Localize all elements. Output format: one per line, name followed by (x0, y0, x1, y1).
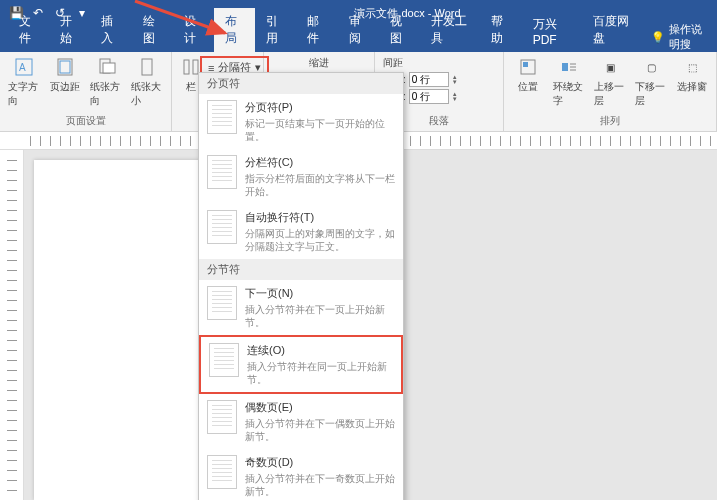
odd-page-icon (207, 455, 237, 489)
backward-icon: ▢ (640, 56, 662, 78)
column-break-title: 分栏符(C) (245, 155, 395, 170)
tab-home[interactable]: 开始 (49, 8, 90, 52)
lightbulb-icon: 💡 (651, 31, 665, 44)
odd-page-title: 奇数页(D) (245, 455, 395, 470)
indent-label: 缩进 (309, 56, 329, 70)
continuous-break-item[interactable]: 连续(O) 插入分节符并在同一页上开始新节。 (199, 335, 403, 394)
selection-icon: ⬚ (681, 56, 703, 78)
position-button[interactable]: 位置 (508, 54, 548, 96)
spacing-after-input[interactable] (409, 89, 449, 104)
wrap-icon (558, 56, 580, 78)
next-page-desc: 插入分节符并在下一页上开始新节。 (245, 303, 395, 329)
next-page-icon (207, 286, 237, 320)
spacing-header: 间距 (383, 56, 458, 70)
tell-me-label: 操作说明搜 (669, 22, 709, 52)
breaks-dropdown: 分页符 分页符(P) 标记一页结束与下一页开始的位置。 分栏符(C) 指示分栏符… (198, 72, 404, 500)
tab-draw[interactable]: 绘图 (132, 8, 173, 52)
page-setup-group-label: 页面设置 (4, 113, 167, 129)
odd-page-desc: 插入分节符并在下一奇数页上开始新节。 (245, 472, 395, 498)
vertical-ruler[interactable] (0, 150, 24, 500)
next-page-break-item[interactable]: 下一页(N) 插入分节符并在下一页上开始新节。 (199, 280, 403, 335)
svg-rect-10 (523, 62, 528, 67)
tab-file[interactable]: 文件 (8, 8, 49, 52)
tab-design[interactable]: 设计 (173, 8, 214, 52)
svg-rect-6 (142, 59, 152, 75)
bring-forward-button[interactable]: ▣ 上移一层 (590, 54, 630, 110)
page-break-desc: 标记一页结束与下一页开始的位置。 (245, 117, 395, 143)
tab-references[interactable]: 引用 (255, 8, 296, 52)
text-wrap-desc: 分隔网页上的对象周围的文字，如分隔题注文字与正文。 (245, 227, 395, 253)
next-page-title: 下一页(N) (245, 286, 395, 301)
svg-text:A: A (19, 62, 26, 73)
arrange-group-label: 排列 (508, 113, 712, 129)
document-page[interactable] (34, 160, 204, 500)
odd-page-break-item[interactable]: 奇数页(D) 插入分节符并在下一奇数页上开始新节。 (199, 449, 403, 500)
tab-help[interactable]: 帮助 (480, 8, 521, 52)
size-button[interactable]: 纸张大小 (127, 54, 167, 110)
text-wrap-break-icon (207, 210, 237, 244)
text-wrapping-break-item[interactable]: 自动换行符(T) 分隔网页上的对象周围的文字，如分隔题注文字与正文。 (199, 204, 403, 259)
even-page-icon (207, 400, 237, 434)
continuous-icon (209, 343, 239, 377)
tab-baidu[interactable]: 百度网盘 (582, 8, 642, 52)
tab-developer[interactable]: 开发工具 (420, 8, 480, 52)
column-break-desc: 指示分栏符后面的文字将从下一栏开始。 (245, 172, 395, 198)
forward-icon: ▣ (599, 56, 621, 78)
page-break-item[interactable]: 分页符(P) 标记一页结束与下一页开始的位置。 (199, 94, 403, 149)
tab-view[interactable]: 视图 (379, 8, 420, 52)
tab-mailings[interactable]: 邮件 (296, 8, 337, 52)
section-breaks-header: 分节符 (199, 259, 403, 280)
ribbon-tabs: 文件 开始 插入 绘图 设计 布局 引用 邮件 审阅 视图 开发工具 帮助 万兴… (0, 26, 717, 52)
spacing-before-input[interactable] (409, 72, 449, 87)
column-break-item[interactable]: 分栏符(C) 指示分栏符后面的文字将从下一栏开始。 (199, 149, 403, 204)
tab-layout[interactable]: 布局 (214, 8, 255, 52)
even-page-break-item[interactable]: 偶数页(E) 插入分节符并在下一偶数页上开始新节。 (199, 394, 403, 449)
selection-pane-button[interactable]: ⬚ 选择窗 (672, 54, 712, 96)
tab-insert[interactable]: 插入 (90, 8, 131, 52)
text-wrap-title: 自动换行符(T) (245, 210, 395, 225)
spinner-icon[interactable]: ▲▼ (452, 92, 458, 102)
tab-wanxing[interactable]: 万兴PDF (522, 11, 582, 52)
page-breaks-header: 分页符 (199, 73, 403, 94)
even-page-desc: 插入分节符并在下一偶数页上开始新节。 (245, 417, 395, 443)
svg-rect-3 (60, 61, 70, 73)
orientation-button[interactable]: 纸张方向 (86, 54, 126, 110)
margins-icon (54, 56, 76, 78)
page-break-icon (207, 100, 237, 134)
column-break-icon (207, 155, 237, 189)
size-icon (136, 56, 158, 78)
continuous-desc: 插入分节符并在同一页上开始新节。 (247, 360, 393, 386)
orientation-icon (95, 56, 117, 78)
send-backward-button[interactable]: ▢ 下移一层 (631, 54, 671, 110)
continuous-title: 连续(O) (247, 343, 393, 358)
position-icon (517, 56, 539, 78)
spinner-icon[interactable]: ▲▼ (452, 75, 458, 85)
margins-button[interactable]: 页边距 (45, 54, 85, 96)
wrap-text-button[interactable]: 环绕文字 (549, 54, 589, 110)
tell-me-search[interactable]: 💡 操作说明搜 (643, 22, 717, 52)
page-break-title: 分页符(P) (245, 100, 395, 115)
svg-rect-7 (184, 60, 189, 74)
svg-rect-11 (562, 63, 568, 71)
text-direction-icon: A (13, 56, 35, 78)
even-page-title: 偶数页(E) (245, 400, 395, 415)
svg-rect-5 (103, 63, 115, 73)
tab-review[interactable]: 审阅 (338, 8, 379, 52)
text-direction-button[interactable]: A 文字方向 (4, 54, 44, 110)
